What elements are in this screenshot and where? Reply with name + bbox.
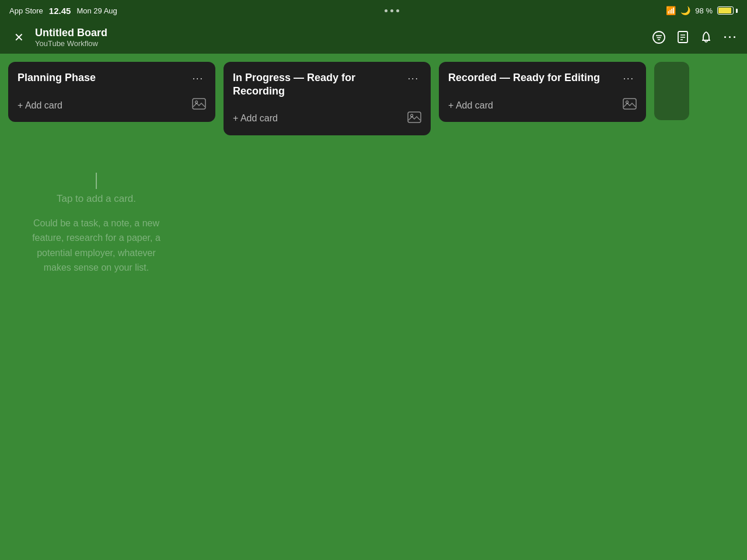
battery-icon	[717, 6, 738, 15]
nav-actions: ···	[652, 31, 738, 44]
more-icon[interactable]: ···	[724, 32, 738, 44]
column-recorded-footer: + Add card	[439, 92, 646, 122]
svg-point-14	[626, 101, 629, 103]
status-bar-right: 📶 🌙 98 %	[666, 6, 738, 15]
column-partial	[654, 62, 689, 120]
nav-bar: ✕ Untitled Board YouTube Workflow	[0, 21, 747, 54]
svg-rect-11	[408, 112, 421, 123]
column-in-progress-header: In Progress — Ready for Recording ···	[224, 62, 431, 106]
image-icon-in-progress[interactable]	[407, 111, 421, 126]
column-planning-phase-footer: + Add card	[8, 92, 215, 122]
dot-2	[390, 9, 393, 12]
close-button[interactable]: ✕	[9, 28, 28, 47]
image-icon-recorded[interactable]	[623, 98, 637, 113]
hint-area: Tap to add a card. Could be a task, a no…	[23, 170, 169, 275]
status-bar-left: App Store 12.45 Mon 29 Aug	[9, 6, 117, 16]
hint-body: Could be a task, a note, a new feature, …	[23, 216, 169, 275]
board-title: Untitled Board	[35, 27, 645, 39]
column-planning-phase-header: Planning Phase ···	[8, 62, 215, 92]
moon-icon: 🌙	[680, 6, 690, 15]
column-recorded-title: Recorded — Ready for Editing	[448, 71, 621, 85]
battery-percent-label: 98 %	[695, 6, 713, 15]
column-in-progress-footer: + Add card	[224, 106, 431, 135]
add-card-button-recorded[interactable]: + Add card	[448, 100, 493, 111]
add-card-button-planning[interactable]: + Add card	[18, 100, 62, 111]
date-label: Mon 29 Aug	[76, 6, 117, 15]
dot-1	[385, 9, 388, 12]
column-in-progress-title: In Progress — Ready for Recording	[233, 71, 406, 99]
column-in-progress: In Progress — Ready for Recording ··· + …	[224, 62, 431, 135]
status-bar: App Store 12.45 Mon 29 Aug 📶 🌙 98 %	[0, 0, 747, 21]
wifi-icon: 📶	[666, 6, 676, 15]
column-planning-phase-menu[interactable]: ···	[190, 72, 206, 85]
svg-rect-13	[623, 99, 636, 109]
bell-icon[interactable]	[700, 31, 712, 44]
column-planning-phase-title: Planning Phase	[18, 71, 190, 85]
bookmark-icon[interactable]	[677, 31, 689, 44]
add-card-button-in-progress[interactable]: + Add card	[233, 113, 278, 124]
board: Planning Phase ··· + Add card In Progres…	[0, 54, 747, 560]
column-recorded: Recorded — Ready for Editing ··· + Add c…	[439, 62, 646, 122]
filter-icon[interactable]	[652, 31, 665, 44]
cursor-line	[96, 173, 97, 189]
board-subtitle: YouTube Workflow	[35, 39, 645, 48]
column-in-progress-menu[interactable]: ···	[406, 72, 421, 85]
dot-3	[396, 9, 399, 12]
column-recorded-header: Recorded — Ready for Editing ···	[439, 62, 646, 92]
column-recorded-menu[interactable]: ···	[621, 72, 637, 85]
close-icon: ✕	[14, 30, 24, 44]
hint-tap-label: Tap to add a card.	[23, 191, 169, 206]
svg-point-10	[196, 101, 198, 103]
board-title-group: Untitled Board YouTube Workflow	[35, 27, 645, 48]
status-bar-center	[385, 9, 399, 12]
app-store-label: App Store	[9, 6, 43, 15]
column-planning-phase: Planning Phase ··· + Add card	[8, 62, 215, 122]
svg-rect-9	[193, 99, 205, 109]
svg-point-12	[411, 114, 413, 117]
image-icon-planning[interactable]	[192, 98, 206, 113]
time-label: 12.45	[49, 6, 71, 16]
